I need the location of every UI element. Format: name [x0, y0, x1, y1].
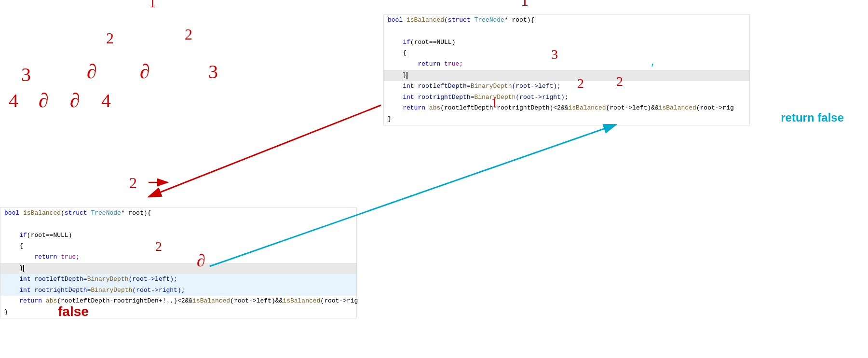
code-line: return true;: [0, 252, 356, 263]
annotation-symbol-1: ∂: [87, 60, 97, 83]
annotation-symbol-2: ∂: [140, 60, 150, 83]
code-line: }: [0, 307, 356, 318]
code-line: bool isBalanced(struct TreeNode* root){: [384, 15, 749, 26]
code-line: return true;: [384, 59, 749, 70]
svg-line-2: [149, 105, 381, 197]
code-line-cursor: }: [384, 70, 749, 81]
code-line: [384, 26, 749, 37]
code-line: [0, 219, 356, 230]
code-line: {: [384, 48, 749, 59]
annotation-2-arrow: 2: [129, 174, 137, 192]
code-line: if(root==NULL): [384, 37, 749, 48]
annotation-3-left: 3: [21, 64, 31, 85]
false-annotation: false: [58, 304, 89, 319]
annotation-2-left: 2: [106, 29, 114, 47]
code-line-cursor: }: [0, 263, 356, 274]
code-line: int rootrightDepth=BinaryDepth(root->rig…: [384, 92, 749, 103]
code-line: {: [0, 241, 356, 252]
code-line-highlighted: int rootrightDepth=BinaryDepth(root->rig…: [0, 285, 356, 296]
function-name: isBalanced: [407, 16, 444, 24]
code-block-top: bool isBalanced(struct TreeNode* root){ …: [383, 14, 750, 125]
annotation-3-right: 3: [208, 61, 218, 83]
code-line: if(root==NULL): [0, 230, 356, 241]
code-line-highlighted: int rootleftDepth=BinaryDepth(root->left…: [0, 274, 356, 285]
code-line: return abs(rootleftDepth-rootrightDepth)…: [384, 103, 749, 114]
code-line: bool isBalanced(struct TreeNode* root){: [0, 208, 356, 219]
annotation-2-right: 2: [185, 26, 192, 43]
return-false-annotation: return false: [781, 111, 844, 124]
annotation-symbol-3: ∂: [39, 89, 49, 111]
code-line: int rootleftDepth=BinaryDepth(root->left…: [384, 81, 749, 92]
keyword: bool: [388, 16, 407, 24]
code-line: return abs(rootleftDepth-rootrightDen+!.…: [0, 296, 356, 307]
annotation-symbol-4: ∂: [70, 89, 80, 111]
annotation-4-1: 4: [9, 90, 18, 111]
annotation-1-top: 1: [149, 0, 156, 11]
code-block-bottom: bool isBalanced(struct TreeNode* root){ …: [0, 207, 357, 318]
annotation-4-2: 4: [101, 90, 111, 111]
annotation-1-top-right: 1: [521, 0, 529, 9]
code-line: }: [384, 114, 749, 125]
